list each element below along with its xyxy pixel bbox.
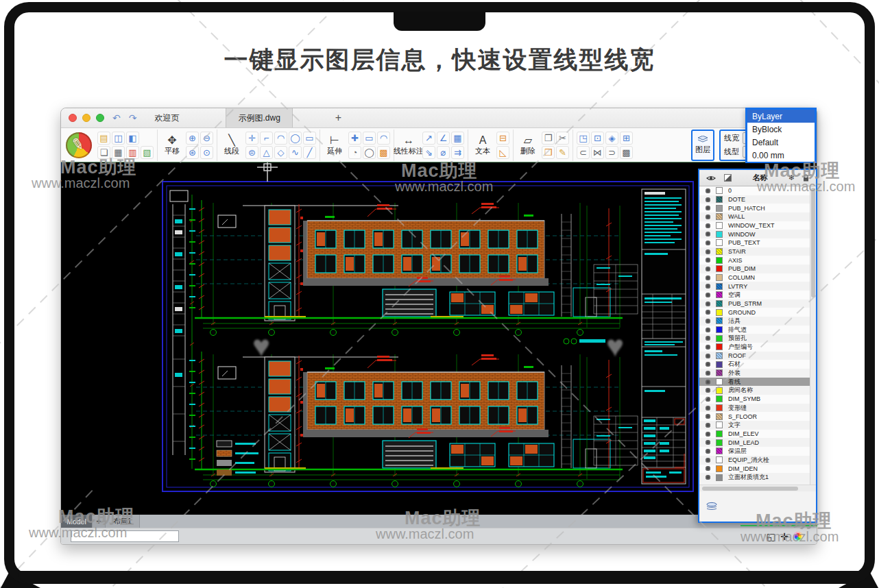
layer-visibility-dot[interactable] [706, 336, 710, 341]
layer-color-swatch[interactable] [716, 421, 723, 428]
offset-icon[interactable]: ⊃ [605, 146, 618, 159]
layer-row[interactable]: 外装 [699, 369, 810, 378]
node-edit-icon[interactable]: ◳ [577, 132, 590, 145]
layer-row[interactable]: GROUND [699, 308, 810, 317]
print-icon[interactable]: ▦ [112, 146, 125, 159]
mirror-icon[interactable]: ⋈ [591, 146, 604, 159]
copy-icon[interactable]: ❐ [542, 132, 555, 145]
dim-aligned-icon[interactable]: ↗ [422, 132, 435, 145]
tab-welcome[interactable]: 欢迎页 [154, 112, 179, 124]
dim-baseline-icon[interactable]: ⊟ [496, 132, 509, 145]
layer-row[interactable]: S_FLOOR [699, 412, 810, 421]
layer-color-swatch[interactable] [716, 309, 723, 316]
layer-row[interactable]: COLUMN [699, 273, 810, 282]
dim-leader-icon[interactable]: ⇘ [422, 146, 435, 159]
layer-row[interactable]: 排气道 [699, 326, 810, 334]
zoom-in-icon[interactable]: ⊕ [186, 132, 199, 145]
layer-color-swatch[interactable] [716, 361, 723, 368]
undo-icon[interactable]: ↶ [112, 112, 121, 123]
layer-visibility-dot[interactable] [706, 354, 710, 358]
extend-icon[interactable]: ⊢延伸 [324, 134, 346, 156]
minimize-button[interactable] [82, 114, 91, 122]
fillet-icon[interactable]: ◠ [377, 132, 390, 145]
hatch-icon[interactable]: ▩ [377, 146, 390, 159]
layer-row[interactable]: 空调 [699, 291, 810, 299]
layer-visibility-dot[interactable] [706, 293, 710, 297]
open-file-icon[interactable]: ▤ [97, 132, 110, 145]
layer-visibility-dot[interactable] [706, 414, 710, 419]
layer-visibility-dot[interactable] [706, 371, 710, 376]
text-icon[interactable]: A文本 [472, 134, 494, 156]
circle-icon[interactable]: ◯ [289, 132, 302, 145]
save-as-icon[interactable]: ◧ [126, 132, 139, 145]
layer-visibility-dot[interactable] [706, 232, 710, 236]
layer-row[interactable]: 洁具 [699, 317, 810, 326]
revcloud-icon[interactable]: ◔ [348, 146, 361, 159]
color-swatch-icon[interactable] [724, 174, 732, 182]
layer-row[interactable]: PUB_DIM [699, 265, 810, 273]
dropdown-item[interactable]: 0.00 mm [747, 149, 815, 162]
layer-color-swatch[interactable] [716, 378, 723, 385]
layer-color-swatch[interactable] [716, 456, 723, 463]
layer-row[interactable]: DIM_LEAD [699, 438, 810, 447]
layer-color-swatch[interactable] [716, 430, 723, 437]
layer-visibility-dot[interactable] [706, 388, 710, 393]
layer-row[interactable]: AXIS [699, 256, 810, 265]
layer-color-swatch[interactable] [716, 387, 723, 394]
tab-drawing-active[interactable]: 示例图.dwg [226, 108, 292, 127]
layer-row[interactable]: DIM_SYMB [699, 395, 810, 404]
zoom-extents-icon[interactable]: ⊛ [186, 146, 199, 159]
layer-visibility-dot[interactable] [706, 188, 710, 193]
lock-icon[interactable] [803, 174, 809, 182]
chamfer-icon[interactable]: ▭ [363, 132, 376, 145]
layer-visibility-dot[interactable] [706, 380, 710, 384]
line-icon[interactable]: ╲线段 [221, 134, 243, 156]
spline-icon[interactable]: ∿ [289, 146, 302, 159]
pdf-export-icon[interactable]: ▥ [126, 146, 139, 159]
zoom-out-icon[interactable]: ⊖ [200, 132, 213, 145]
layer-visibility-dot[interactable] [706, 466, 710, 471]
image-export-icon[interactable]: ▧ [141, 146, 154, 159]
fullscreen-button[interactable] [96, 114, 104, 122]
layer-row[interactable]: DIM_IDEN [699, 465, 810, 474]
crosshair-toggle-icon[interactable]: ✛ [780, 532, 788, 541]
layer-visibility-dot[interactable] [706, 310, 710, 315]
layer-visibility-dot[interactable] [706, 440, 710, 445]
layer-row[interactable]: WINDOW_TEXT [699, 221, 810, 230]
new-tab-button[interactable]: + [335, 112, 341, 124]
layer-row[interactable]: STAIR [699, 247, 810, 256]
ray-icon[interactable]: ╱ [303, 146, 316, 159]
construction-line-icon[interactable]: ✛ [245, 132, 258, 145]
layer-visibility-dot[interactable] [706, 458, 710, 463]
dropdown-item[interactable]: ByBlock [747, 123, 815, 136]
layer-row[interactable]: WINDOW [699, 230, 810, 238]
ellipse-icon[interactable]: ⊜ [245, 146, 258, 159]
layer-visibility-dot[interactable] [706, 423, 710, 428]
array-icon[interactable]: ▩ [620, 146, 633, 159]
layer-panel-button[interactable]: 图层 [691, 130, 714, 161]
layer-color-swatch[interactable] [716, 231, 723, 238]
paste-icon[interactable]: ❒ [542, 146, 555, 159]
layer-row[interactable]: 石材 [699, 360, 810, 369]
polygon-icon[interactable]: ◇ [274, 146, 287, 159]
layer-color-swatch[interactable] [716, 265, 723, 272]
layer-color-swatch[interactable] [716, 196, 723, 203]
layer-color-swatch[interactable] [716, 257, 723, 264]
dim-continue-icon[interactable]: ⇉ [451, 146, 464, 159]
donut-icon[interactable]: ◯ [363, 146, 376, 159]
polyline-icon[interactable]: ⌐ [260, 132, 273, 145]
rotate-icon[interactable]: ◈ [605, 132, 618, 145]
dim-linear-icon[interactable]: ↔线性标注 [398, 134, 420, 156]
pan-icon[interactable]: ✥平移 [161, 134, 183, 156]
layer-color-swatch[interactable] [716, 465, 723, 472]
redo-icon[interactable]: ↷ [129, 112, 137, 123]
layer-visibility-dot[interactable] [706, 328, 710, 332]
layer-row[interactable]: 看线 [699, 378, 810, 387]
layer-row[interactable]: PUB_STRM [699, 299, 810, 308]
layer-color-swatch[interactable] [716, 317, 723, 324]
trim-icon[interactable]: ✚ [348, 132, 361, 145]
grid-toggle-icon[interactable]: ◱ [767, 532, 775, 541]
layer-row[interactable]: 房间名称 [699, 386, 810, 395]
layer-color-swatch[interactable] [716, 448, 723, 454]
layer-visibility-dot[interactable] [706, 197, 710, 202]
